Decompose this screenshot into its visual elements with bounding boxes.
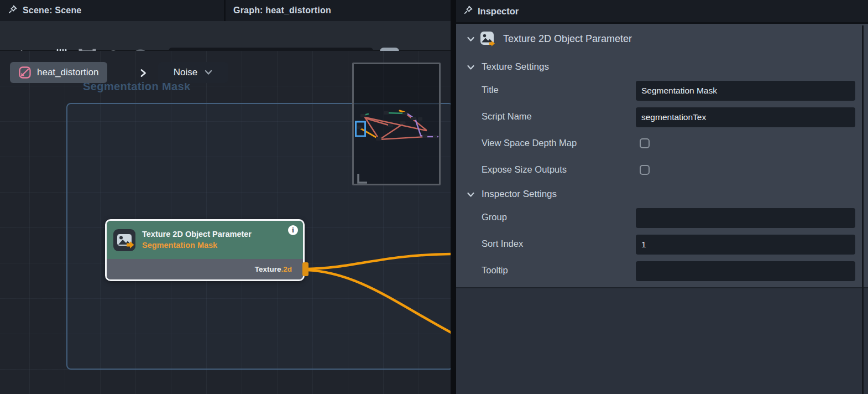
node-header: Texture 2D Object Parameter Segmentation…	[107, 221, 303, 259]
field-label-tooltip: Tooltip	[482, 265, 508, 276]
inspector-panel: Inspector Texture 2D Object Parameter Te…	[456, 0, 868, 394]
graph-editor-panel: Scene: Scene Graph: heat_distortion	[0, 0, 451, 394]
node-subtitle: Segmentation Mask	[142, 240, 252, 251]
breadcrumb-root-label: heat_distortion	[37, 67, 99, 78]
inspector-title: Inspector	[478, 6, 519, 17]
minimap-graph	[354, 64, 439, 184]
info-icon[interactable]: i	[288, 225, 298, 235]
inspector-header: Inspector	[456, 0, 868, 24]
minimap[interactable]	[352, 63, 441, 185]
texture-output-port[interactable]	[302, 262, 308, 276]
section-texture-settings[interactable]: Texture Settings	[482, 61, 549, 72]
group-input[interactable]	[636, 208, 855, 228]
section-inspector-settings[interactable]: Inspector Settings	[482, 189, 557, 200]
texture-2d-icon	[479, 30, 496, 49]
tooltip-input[interactable]	[636, 261, 855, 281]
texture-graph-icon	[18, 66, 32, 79]
tab-graph-label: Graph: heat_distortion	[233, 6, 331, 15]
inspector-node-title: Texture 2D Object Parameter	[503, 33, 632, 45]
expose-size-outputs-checkbox[interactable]	[640, 165, 650, 175]
texture-2d-icon	[113, 229, 135, 251]
field-label-sort-index: Sort Index	[482, 239, 523, 249]
sort-index-input[interactable]	[636, 235, 855, 255]
scrollbar-gutter	[862, 25, 864, 394]
tab-strip: Scene: Scene Graph: heat_distortion	[0, 0, 451, 21]
field-label-group: Group	[482, 212, 507, 222]
field-label-view-space-depth-map: View Space Depth Map	[482, 138, 577, 148]
node-canvas[interactable]: Segmentation Mask heat_distortion Noise	[0, 51, 451, 394]
graph-toolbar: Search... 0/0	[0, 21, 451, 51]
field-label-script-name: Script Name	[482, 111, 532, 122]
tab-scene[interactable]: Scene: Scene	[0, 0, 226, 21]
output-port-type: .2d	[281, 265, 292, 273]
node-title: Texture 2D Object Parameter	[142, 229, 252, 240]
breadcrumb-current-dropdown[interactable]: Noise	[158, 62, 228, 83]
output-port-label: Texture	[255, 265, 281, 273]
inspector-empty-area	[456, 287, 868, 394]
pin-icon	[463, 5, 473, 17]
field-label-title: Title	[482, 85, 499, 95]
chevron-down-icon[interactable]	[467, 64, 475, 74]
title-input[interactable]	[636, 81, 855, 101]
chevron-down-icon[interactable]	[467, 35, 475, 45]
minimap-resize-handle	[358, 174, 367, 183]
node-body: Texture.2d	[107, 259, 303, 279]
breadcrumb-chevron-icon	[139, 69, 147, 80]
field-label-expose-size-outputs: Expose Size Outputs	[482, 164, 567, 175]
script-name-input[interactable]	[636, 107, 855, 127]
pin-icon	[8, 4, 18, 17]
chevron-down-icon[interactable]	[467, 191, 475, 201]
inspector-node-header[interactable]: Texture 2D Object Parameter	[456, 29, 868, 51]
node-titles: Texture 2D Object Parameter Segmentation…	[142, 229, 252, 250]
breadcrumb-current-label: Noise	[174, 67, 197, 78]
breadcrumb-root[interactable]: heat_distortion	[10, 62, 107, 83]
tab-graph[interactable]: Graph: heat_distortion	[226, 0, 451, 21]
tab-scene-label: Scene: Scene	[23, 6, 81, 15]
chevron-down-icon	[204, 69, 213, 76]
view-space-depth-map-checkbox[interactable]	[640, 138, 650, 148]
texture-parameter-node[interactable]: Texture 2D Object Parameter Segmentation…	[105, 219, 305, 281]
